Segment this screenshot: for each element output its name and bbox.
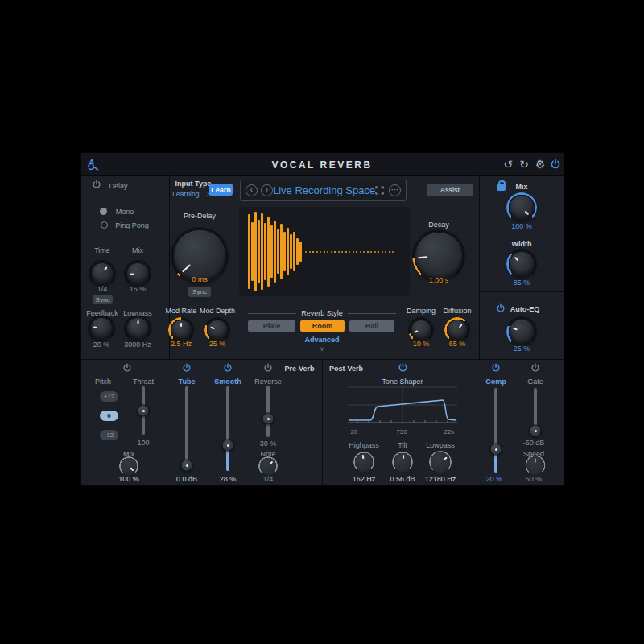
preset-more-icon[interactable]: ⋯ xyxy=(389,184,401,196)
output-mix-knob[interactable] xyxy=(509,195,535,221)
comp-slider[interactable] xyxy=(489,388,502,473)
delay-time-knob[interactable] xyxy=(91,262,114,285)
delay-lowpass-value: 3000 Hz xyxy=(124,341,151,349)
delay-label: Delay xyxy=(109,182,127,190)
gate-power-icon[interactable] xyxy=(530,363,540,373)
tone-lowpass-knob[interactable] xyxy=(430,452,451,473)
mod-depth-value: 25 % xyxy=(209,340,226,348)
waveform-dots xyxy=(305,251,394,253)
eq-curve-svg xyxy=(348,385,457,427)
pitch-label: Pitch xyxy=(95,378,111,386)
eq-axis-22k: 22k xyxy=(444,428,455,436)
pitch-mix-value: 100 % xyxy=(118,475,139,483)
delay-time-value: 1/4 xyxy=(97,285,108,293)
reverse-slider[interactable] xyxy=(262,386,275,437)
preset-next-icon[interactable]: › xyxy=(261,184,273,196)
assist-button[interactable]: Assist xyxy=(427,184,473,196)
ping-pong-radio[interactable] xyxy=(101,221,108,229)
smooth-power-icon[interactable] xyxy=(223,363,233,373)
reverse-power-icon[interactable] xyxy=(263,363,273,373)
mono-label: Mono xyxy=(116,208,134,216)
pre-delay-value: 0 ms xyxy=(192,275,208,283)
advanced-link[interactable]: Advanced xyxy=(304,336,339,344)
ping-pong-label: Ping Pong xyxy=(115,221,149,229)
smooth-slider[interactable] xyxy=(221,386,234,471)
tilt-value: 0.56 dB xyxy=(390,475,415,483)
mod-rate-knob[interactable] xyxy=(171,320,192,341)
lock-icon[interactable] xyxy=(497,184,506,191)
tube-slider[interactable] xyxy=(180,386,193,471)
input-type-value[interactable]: Learning... 3 xyxy=(172,190,210,198)
top-bar: A VOCAL REVERB ↺ ↻ ⚙ xyxy=(80,153,564,176)
decay-knob[interactable] xyxy=(415,232,463,280)
width-knob[interactable] xyxy=(509,251,535,277)
highpass-value: 162 Hz xyxy=(353,475,376,483)
mod-depth-knob[interactable] xyxy=(207,320,228,341)
reverb-style-label: Reverb Style xyxy=(301,309,343,317)
preset-bar: ‹ › Live Recording Space ⋯ xyxy=(240,180,407,201)
tilt-label: Tilt xyxy=(398,441,407,449)
comp-label: Comp xyxy=(485,378,506,386)
redo-icon[interactable]: ↻ xyxy=(517,157,531,171)
pitch-mix-knob[interactable] xyxy=(120,457,138,475)
mono-radio[interactable] xyxy=(100,208,107,215)
tone-shaper-graph[interactable] xyxy=(348,385,457,427)
learn-button[interactable]: Learn xyxy=(209,184,233,196)
pre-delay-sync-button[interactable]: Sync xyxy=(188,287,211,297)
preset-expand-icon[interactable] xyxy=(375,186,384,195)
tilt-knob[interactable] xyxy=(393,452,412,472)
decay-label: Decay xyxy=(428,221,449,229)
divider xyxy=(480,291,564,292)
settings-gear-icon[interactable]: ⚙ xyxy=(533,157,547,171)
style-plate-button[interactable]: Plate xyxy=(248,320,295,332)
pitch-zero-button[interactable]: 0 xyxy=(100,411,118,421)
auto-eq-power-icon[interactable] xyxy=(496,303,506,313)
comp-value: 20 % xyxy=(486,475,503,483)
diffusion-knob[interactable] xyxy=(447,320,468,341)
waveform-bars xyxy=(248,207,302,296)
gate-slider[interactable] xyxy=(529,388,542,432)
delay-mix-value: 15 % xyxy=(130,285,147,293)
tone-shaper-power-icon[interactable] xyxy=(398,362,408,373)
pre-delay-label: Pre-Delay xyxy=(184,212,216,220)
damping-knob[interactable] xyxy=(411,320,431,341)
advanced-chevron-icon[interactable]: ∨ xyxy=(320,345,324,353)
feedback-knob[interactable] xyxy=(90,317,113,340)
note-knob[interactable] xyxy=(259,457,277,475)
throat-label: Throat xyxy=(133,378,154,386)
smooth-label: Smooth xyxy=(214,378,242,386)
output-mix-label: Mix xyxy=(515,183,527,191)
pitch-plus12-button[interactable]: +12 xyxy=(100,391,118,402)
auto-eq-knob[interactable] xyxy=(509,319,535,345)
damping-label: Damping xyxy=(407,307,436,315)
tube-power-icon[interactable] xyxy=(182,363,192,373)
tone-lowpass-label: Lowpass xyxy=(426,441,455,449)
speed-knob[interactable] xyxy=(526,456,545,475)
delay-sync-button[interactable]: Sync xyxy=(93,295,113,304)
tube-label: Tube xyxy=(179,378,196,386)
comp-power-icon[interactable] xyxy=(491,363,501,373)
preset-prev-icon[interactable]: ‹ xyxy=(246,184,258,196)
preset-name[interactable]: Live Recording Space xyxy=(273,184,375,196)
delay-power-icon[interactable] xyxy=(92,180,101,189)
pitch-minus12-button[interactable]: -12 xyxy=(100,430,118,440)
delay-mix-knob[interactable] xyxy=(126,262,149,285)
delay-lowpass-knob[interactable] xyxy=(126,317,149,340)
tube-value: 0.0 dB xyxy=(176,475,197,483)
style-room-button[interactable]: Room xyxy=(300,320,345,332)
reverse-label: Reverse xyxy=(254,378,282,386)
divider xyxy=(322,360,323,485)
style-hall-button[interactable]: Hall xyxy=(349,320,394,332)
pitch-power-icon[interactable] xyxy=(122,363,132,373)
divider xyxy=(248,313,296,314)
width-value: 85 % xyxy=(514,279,530,287)
reverse-value: 30 % xyxy=(260,440,277,448)
divider xyxy=(348,313,396,314)
power-icon[interactable] xyxy=(550,159,561,170)
brand-logo-icon[interactable]: A xyxy=(86,157,104,171)
undo-icon[interactable]: ↺ xyxy=(501,157,515,171)
highpass-knob[interactable] xyxy=(354,452,374,472)
post-verb-label: Post-Verb xyxy=(329,365,363,373)
throat-slider[interactable] xyxy=(137,386,150,435)
width-label: Width xyxy=(512,240,532,248)
